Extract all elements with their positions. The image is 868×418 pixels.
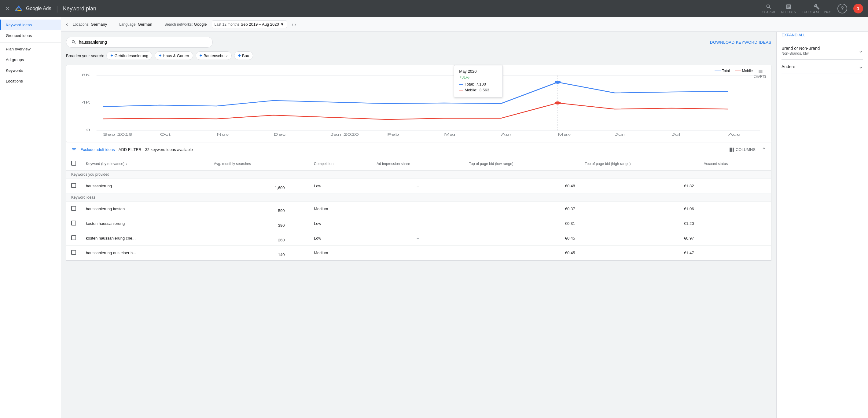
row-keyword: haussanierung — [81, 179, 209, 193]
chip-label-bautenschutz: Bautenschutz — [204, 54, 228, 58]
row-checkbox-cell[interactable] — [66, 202, 81, 216]
location-value: Germany — [91, 22, 107, 27]
sidebar-item-plan-overview[interactable]: Plan overview — [0, 44, 61, 54]
filter-row: Exclude adult ideas ADD FILTER 32 keywor… — [66, 142, 771, 157]
network-filter: Search networks: Google — [164, 22, 207, 27]
row-ad-impression: – — [372, 202, 464, 216]
broaden-chip-gebaude[interactable]: + Gebäudesanierung — [106, 51, 152, 60]
language-label: Language: — [119, 22, 136, 27]
logo-svg: G — [14, 4, 24, 13]
row-checkbox[interactable] — [71, 183, 76, 188]
row-top-bid-low: €0.45 — [464, 246, 580, 260]
sidebar-item-keywords[interactable]: Keywords — [0, 65, 61, 76]
sidebar-item-label-plan-overview: Plan overview — [6, 47, 31, 51]
row-competition: Medium — [309, 202, 372, 216]
row-checkbox[interactable] — [71, 250, 76, 255]
network-label: Search networks: — [164, 22, 193, 27]
dropdown-icon: ▼ — [280, 22, 284, 27]
refine-section-brand-header[interactable]: Brand or Non-Brand Non-Brands, kfw ⌄ — [781, 46, 863, 56]
search-nav-label: SEARCH — [762, 10, 775, 14]
row-checkbox-cell[interactable] — [66, 179, 81, 193]
date-range-picker[interactable]: Last 12 months Sep 2019 – Aug 2020 ▼ — [212, 21, 287, 28]
row-top-bid-high: €1.47 — [580, 246, 699, 260]
sub-nav: ‹ Locations: Germany Language: German Se… — [61, 17, 868, 32]
header-keyword[interactable]: Keyword (by relevance) ↓ — [81, 157, 209, 170]
header-row: Keyword (by relevance) ↓ Avg. monthly se… — [66, 157, 771, 170]
add-filter-button[interactable]: ADD FILTER — [119, 147, 142, 152]
search-nav-item[interactable]: SEARCH — [762, 4, 775, 14]
search-icon — [766, 4, 772, 10]
row-checkbox-cell[interactable] — [66, 246, 81, 260]
row-keyword: haussanierung aus einer h... — [81, 246, 209, 260]
reports-nav-item[interactable]: REPORTS — [781, 4, 796, 14]
row-top-bid-low: €0.48 — [464, 179, 580, 193]
trend-sparkline — [286, 249, 304, 256]
row-avg-monthly: 590 — [209, 202, 309, 216]
keyword-table: Keyword (by relevance) ↓ Avg. monthly se… — [66, 157, 771, 261]
sidebar-item-ad-groups[interactable]: Ad groups — [0, 54, 61, 65]
location-filter: Locations: Germany — [73, 22, 107, 27]
tooltip-change: +31% — [459, 75, 498, 79]
mobile-may-point — [554, 101, 561, 104]
tools-nav-item[interactable]: TOOLS & SETTINGS — [802, 4, 831, 14]
nav-divider: | — [56, 4, 58, 13]
row-checkbox-cell[interactable] — [66, 216, 81, 231]
svg-text:May: May — [558, 133, 571, 136]
back-button[interactable]: ‹ — [66, 21, 68, 28]
row-checkbox-cell[interactable] — [66, 231, 81, 246]
help-icon[interactable]: ? — [837, 4, 847, 13]
row-competition: Medium — [309, 246, 372, 260]
svg-text:Aug: Aug — [728, 133, 741, 136]
svg-text:8K: 8K — [82, 73, 90, 77]
broaden-label: Broaden your search: — [66, 54, 104, 58]
table-row: haussanierung kosten 590 Medium – €0.37 … — [66, 202, 771, 216]
row-checkbox[interactable] — [71, 221, 76, 225]
refine-section-andere-header[interactable]: Andere ⌄ — [781, 63, 863, 70]
collapse-button[interactable]: ⌃ — [762, 147, 766, 153]
columns-button[interactable]: COLUMNS — [729, 147, 755, 153]
network-value: Google — [194, 22, 207, 27]
row-account-status — [699, 231, 771, 246]
table-section-header: Keywords you provided — [66, 170, 771, 179]
sidebar-divider — [0, 42, 61, 42]
refine-section-brand-title: Brand or Non-Brand — [781, 46, 820, 51]
broaden-chip-bautenschutz[interactable]: + Bautenschutz — [196, 51, 232, 60]
row-checkbox[interactable] — [71, 235, 76, 240]
row-top-bid-high: €1.82 — [580, 179, 699, 193]
google-ads-logo: G Google Ads — [14, 4, 51, 13]
sidebar-item-keyword-ideas[interactable]: Keyword ideas — [0, 20, 61, 30]
broaden-chip-haus[interactable]: + Haus & Garten — [155, 51, 193, 60]
row-top-bid-low: €0.45 — [464, 231, 580, 246]
expand-all-button[interactable]: EXPAND ALL — [781, 33, 863, 37]
search-box[interactable] — [66, 37, 213, 48]
svg-text:Feb: Feb — [387, 133, 399, 136]
prev-arrow[interactable]: ‹ — [292, 22, 293, 27]
close-icon[interactable]: ✕ — [5, 5, 10, 12]
row-account-status — [699, 179, 771, 193]
row-avg-monthly: 140 — [209, 246, 309, 260]
broaden-chip-bau[interactable]: + Bau — [234, 51, 253, 60]
daterange-label: Last 12 months — [215, 22, 240, 27]
table-row: haussanierung aus einer h... 140 Medium … — [66, 246, 771, 260]
tools-icon — [814, 4, 820, 10]
row-top-bid-low: €0.31 — [464, 216, 580, 231]
columns-icon — [729, 147, 735, 153]
search-bar-row: DOWNLOAD KEYWORD IDEAS — [66, 37, 771, 48]
sidebar-item-label-keywords: Keywords — [6, 68, 23, 73]
page-title: Keyword plan — [63, 5, 96, 12]
header-checkbox[interactable] — [66, 157, 81, 170]
select-all-checkbox[interactable] — [71, 161, 76, 166]
sidebar-item-locations[interactable]: Locations — [0, 76, 61, 87]
language-value: German — [138, 22, 152, 27]
row-checkbox[interactable] — [71, 206, 76, 211]
exclude-link[interactable]: Exclude adult ideas — [81, 147, 115, 152]
tooltip-month: May 2020 — [459, 69, 498, 74]
notification-icon[interactable]: 1 — [853, 4, 863, 13]
download-link[interactable]: DOWNLOAD KEYWORD IDEAS — [710, 40, 771, 44]
svg-text:Mar: Mar — [444, 133, 456, 136]
svg-text:Jan 2020: Jan 2020 — [331, 133, 359, 136]
section-label: Keyword ideas — [66, 193, 771, 202]
search-input[interactable] — [79, 40, 208, 44]
next-arrow[interactable]: › — [294, 22, 296, 27]
sidebar-item-grouped-ideas[interactable]: Grouped ideas — [0, 30, 61, 41]
